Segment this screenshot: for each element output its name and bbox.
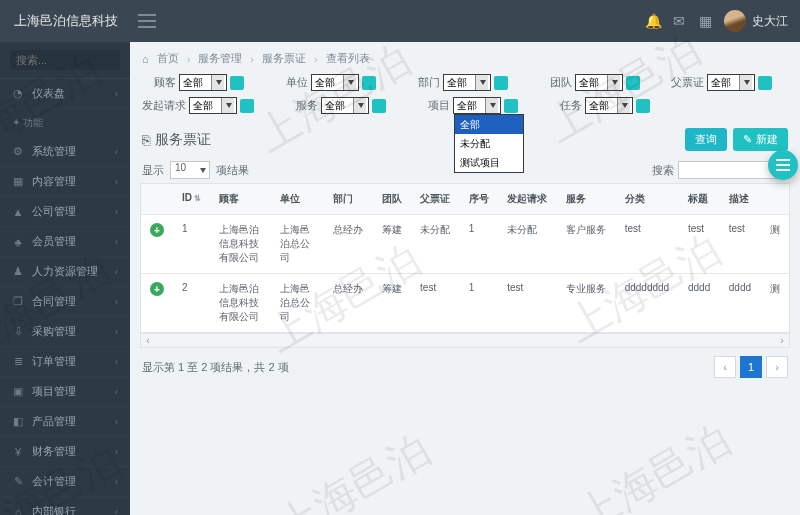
sidebar-item[interactable]: ▣项目管理‹ [0, 377, 130, 407]
sidebar-item[interactable]: ◧产品管理‹ [0, 407, 130, 437]
dropdown-option[interactable]: 测试项目 [455, 153, 523, 172]
dropdown-open: 全部未分配测试项目 [454, 114, 524, 173]
cell-title: dddd [679, 274, 720, 333]
sidebar-item[interactable]: ⇩采购管理‹ [0, 317, 130, 347]
column-header[interactable]: ID⇅ [173, 184, 210, 215]
column-header[interactable] [761, 184, 789, 215]
filter-label: 发起请求 [142, 98, 186, 113]
sidebar-item[interactable]: ♟人力资源管理‹ [0, 257, 130, 287]
dropdown-option[interactable]: 全部 [455, 115, 523, 134]
horizontal-scrollbar[interactable]: ‹ › [140, 334, 790, 348]
pagination-row: 显示第 1 至 2 项结果，共 2 项 ‹ 1 › [140, 348, 790, 386]
filter-action-button[interactable] [636, 99, 650, 113]
sidebar-item[interactable]: ⌂内部银行‹ [0, 497, 130, 515]
sidebar-item[interactable]: ✎会计管理‹ [0, 467, 130, 497]
filter-action-button[interactable] [626, 76, 640, 90]
sidebar-item[interactable]: ≣订单管理‹ [0, 347, 130, 377]
scroll-right-icon[interactable]: › [775, 334, 789, 347]
nav-icon: ▲ [12, 206, 24, 218]
column-header[interactable]: 服务 [557, 184, 616, 215]
breadcrumb-item[interactable]: 服务管理 [198, 51, 242, 66]
grid-icon[interactable]: ▦ [692, 13, 718, 29]
column-header[interactable]: 部门 [324, 184, 373, 215]
filter-action-button[interactable] [362, 76, 376, 90]
bell-icon[interactable]: 🔔 [640, 13, 666, 29]
avatar[interactable] [724, 10, 746, 32]
filter-action-button[interactable] [758, 76, 772, 90]
user-name[interactable]: 史大江 [752, 13, 788, 30]
sidebar-item[interactable]: ¥财务管理‹ [0, 437, 130, 467]
floating-action-button[interactable] [768, 150, 798, 180]
filter-select[interactable]: 全部 [707, 74, 755, 91]
filter-select[interactable]: 全部 [575, 74, 623, 91]
breadcrumb-item[interactable]: 服务票证 [262, 51, 306, 66]
expand-row-button[interactable]: + [150, 223, 164, 237]
column-header[interactable]: 发起请求 [498, 184, 557, 215]
column-header[interactable]: 团队 [373, 184, 412, 215]
filter-select[interactable]: 全部 [189, 97, 237, 114]
main: ⌂ 首页 › 服务管理 › 服务票证 › 查看列表 顾客全部单位全部部门全部团队… [130, 42, 800, 515]
cell-title: test [679, 215, 720, 274]
filter-action-button[interactable] [230, 76, 244, 90]
filter-select[interactable]: 全部 [443, 74, 491, 91]
cell-parent: test [411, 274, 460, 333]
filter-action-button[interactable] [504, 99, 518, 113]
nav-icon: ◧ [12, 415, 24, 428]
filter-action-button[interactable] [372, 99, 386, 113]
filter-select[interactable]: 全部 [321, 97, 369, 114]
chevron-down-icon [612, 80, 618, 85]
home-icon[interactable]: ⌂ [142, 53, 149, 65]
column-header[interactable]: 顾客 [210, 184, 271, 215]
search-input[interactable] [10, 50, 120, 70]
sidebar-item[interactable]: ▲公司管理‹ [0, 197, 130, 227]
filter-bar: 顾客全部单位全部部门全部团队全部父票证全部 发起请求全部服务全部项目全部全部未分… [140, 72, 790, 120]
nav-icon: ⇩ [12, 325, 24, 338]
cell-dept: 总经办 [324, 215, 373, 274]
sidebar-item[interactable]: ▦内容管理‹ [0, 167, 130, 197]
select-value: 全部 [589, 100, 609, 111]
column-header[interactable]: 描述 [720, 184, 761, 215]
chevron-left-icon: ‹ [115, 477, 118, 487]
breadcrumb-item[interactable]: 首页 [157, 51, 179, 66]
select-value: 全部 [579, 77, 599, 88]
filter-label: 任务 [548, 98, 582, 113]
results-label: 项结果 [216, 163, 249, 178]
prev-page-button[interactable]: ‹ [714, 356, 736, 378]
filter-item: 父票证全部 [670, 74, 772, 91]
page-button[interactable]: 1 [740, 356, 762, 378]
next-page-button[interactable]: › [766, 356, 788, 378]
expand-row-button[interactable]: + [150, 282, 164, 296]
filter-select[interactable]: 全部 [179, 74, 227, 91]
scroll-left-icon[interactable]: ‹ [141, 334, 155, 347]
column-header[interactable]: 单位 [271, 184, 324, 215]
sidebar-item[interactable]: ❐合同管理‹ [0, 287, 130, 317]
chevron-left-icon: ‹ [115, 147, 118, 157]
cell-service: 专业服务 [557, 274, 616, 333]
column-header[interactable]: 序号 [460, 184, 499, 215]
cell-desc: test [720, 215, 761, 274]
mail-icon[interactable]: ✉ [666, 13, 692, 29]
nav-icon: ◔ [12, 87, 24, 100]
sidebar-item[interactable]: ⚙系统管理‹ [0, 137, 130, 167]
query-button[interactable]: 查询 [685, 128, 727, 151]
new-button[interactable]: ✎新建 [733, 128, 788, 151]
filter-action-button[interactable] [240, 99, 254, 113]
column-header[interactable]: 标题 [679, 184, 720, 215]
nav-icon: ♣ [12, 236, 24, 248]
filter-select[interactable]: 全部 [311, 74, 359, 91]
filter-select[interactable]: 全部全部未分配测试项目 [453, 97, 501, 114]
filter-action-button[interactable] [494, 76, 508, 90]
column-header[interactable]: 分类 [616, 184, 679, 215]
menu-toggle-icon[interactable] [138, 14, 156, 28]
nav-label: 财务管理 [32, 444, 76, 459]
sidebar-item[interactable]: ♣会员管理‹ [0, 227, 130, 257]
chevron-down-icon [744, 80, 750, 85]
sidebar-item[interactable]: ◔仪表盘‹ [0, 79, 130, 109]
filter-select[interactable]: 全部 [585, 97, 633, 114]
table-row: +1上海邑泊信息科技有限公司上海邑泊总公司总经办筹建未分配1未分配客户服务tes… [141, 215, 789, 274]
dropdown-option[interactable]: 未分配 [455, 134, 523, 153]
menu-icon [776, 164, 790, 166]
cell-tail: 测 [761, 215, 789, 274]
column-header[interactable]: 父票证 [411, 184, 460, 215]
page-size-select[interactable]: 10 [170, 161, 210, 179]
